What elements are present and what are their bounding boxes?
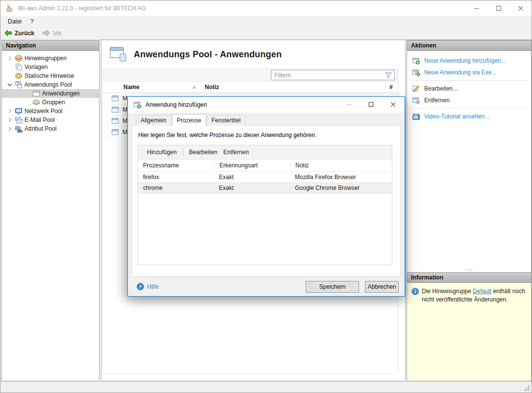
actions-list: Neue Anwendung hinzufügen... Neue Anwend… (407, 51, 531, 267)
tab-description: Hier legen Sie fest, welche Prozesse zu … (138, 132, 316, 139)
navigation-panel: Navigation Hinweisgruppen Vorlagen Stati… (1, 40, 99, 381)
window-remove-icon (412, 96, 420, 104)
minimize-button[interactable] (465, 0, 487, 16)
nav-item-label: Hinweisgruppen (24, 55, 67, 62)
window-add-icon (133, 101, 142, 109)
nav-item-gruppen[interactable]: Gruppen (2, 98, 99, 107)
window-controls (465, 0, 532, 16)
action-remove[interactable]: Entfernen (407, 94, 531, 106)
process-row-firefox[interactable]: firefox Exakt Mozilla Firefox Browser (138, 172, 392, 183)
templates-icon (15, 63, 23, 71)
tab-prozesse[interactable]: Prozesse (172, 114, 206, 126)
table-header: Name Notiz # (103, 82, 398, 93)
window-icon (111, 94, 119, 102)
information-text: Die Hinweisgruppe Default enthält noch n… (422, 287, 527, 381)
nav-item-netzwerk-pool[interactable]: Netzwerk Pool (2, 107, 99, 116)
action-new-application-via-exe[interactable]: Neue Anwendung via Exe... (407, 67, 531, 78)
windows-stack-icon (15, 81, 23, 89)
help-link[interactable]: ? Hilfe (137, 283, 159, 290)
edit-pencil-icon (412, 85, 420, 92)
nav-item-attribut-pool[interactable]: Attribut Pool (2, 124, 99, 133)
action-video-tutorial[interactable]: Video-Tutorial ansehen... (407, 111, 531, 122)
dialog-close-button[interactable] (386, 99, 400, 110)
process-remove-button[interactable]: Entfernen (220, 147, 252, 157)
nav-item-hinweisgruppen[interactable]: Hinweisgruppen (2, 54, 99, 63)
action-label: Bearbeiten... (424, 85, 458, 92)
tv-icon (412, 113, 420, 120)
layers-gold-icon (15, 54, 23, 62)
column-header-erkennungsart[interactable]: Erkennungsart (214, 162, 290, 170)
cell-erkennungsart: Exakt (214, 185, 290, 191)
save-button[interactable]: Speichern (306, 281, 359, 293)
dialog-title-bar: Anwendung hinzufügen (128, 97, 405, 113)
filter-input[interactable] (271, 72, 384, 79)
process-row-chrome[interactable]: chrome Exakt Google Chrome Browser (138, 183, 392, 193)
chevron-down-icon[interactable] (6, 81, 14, 89)
cell-notiz: Mozilla Firefox Browser (290, 174, 392, 181)
chevron-right-icon[interactable] (6, 125, 14, 133)
funnel-icon[interactable] (384, 71, 393, 79)
process-edit-button[interactable]: Bearbeiten (186, 147, 220, 157)
column-header-prozessname[interactable]: Prozessname (138, 162, 214, 170)
tab-allgemein[interactable]: Allgemein (136, 115, 171, 126)
chevron-right-icon[interactable] (6, 116, 14, 124)
back-arrow-icon (4, 29, 12, 37)
column-header-notiz[interactable]: Notiz (290, 162, 392, 170)
chevron-right-icon[interactable] (6, 54, 14, 62)
resize-grip[interactable] (524, 385, 530, 392)
tab-content-prozesse: Hier legen Sie fest, welche Prozesse zu … (132, 125, 401, 277)
information-header: Information (407, 272, 532, 283)
nav-item-anwendungs-pool[interactable]: Anwendungs Pool (2, 80, 99, 89)
toolbar-separator (183, 149, 183, 156)
back-button[interactable]: Zurück (4, 29, 34, 37)
menu-help[interactable]: ? (26, 16, 38, 27)
nav-item-label: Attribut Pool (24, 125, 56, 132)
nav-item-label: Anwendungs Pool (24, 81, 72, 88)
dialog-minimize-button[interactable] (341, 99, 356, 110)
action-label: Video-Tutorial ansehen... (424, 113, 489, 120)
sort-ascending-icon (192, 85, 196, 89)
column-header-name[interactable]: Name (123, 84, 140, 91)
actions-header: Aktionen (407, 40, 532, 51)
column-header-notiz[interactable]: Notiz (205, 84, 219, 91)
action-label: Entfernen (424, 97, 450, 104)
layers-gold-blue-icon (32, 98, 40, 106)
dialog-title: Anwendung hinzufügen (145, 101, 207, 108)
panel-splitter-handle[interactable] (407, 267, 531, 272)
nav-item-anwendungen[interactable]: Anwendungen (2, 89, 99, 98)
mail-icon (15, 116, 23, 124)
action-edit[interactable]: Bearbeiten... (407, 83, 531, 94)
action-new-application[interactable]: Neue Anwendung hinzufügen... (407, 55, 531, 67)
nav-item-label: Netzwerk Pool (24, 108, 62, 115)
dialog-maximize-button[interactable] (363, 99, 378, 110)
page-title: Anwendungs Pool - Anwendungen (134, 49, 282, 60)
help-circle-icon: ? (137, 283, 144, 290)
close-button[interactable] (509, 0, 532, 16)
add-application-dialog: Anwendung hinzufügen Allgemein Prozesse … (127, 96, 405, 297)
nav-item-statische-hinweise[interactable]: Statische Hinweise (2, 71, 99, 80)
menu-bar: Datei ? (1, 16, 532, 27)
tab-fenstertitel[interactable]: Fenstertitel (207, 115, 245, 126)
process-add-button[interactable]: Hinzufügen (144, 147, 180, 157)
column-header-hash[interactable]: # (389, 84, 393, 91)
row-name-fragment: M (122, 106, 127, 113)
forward-button[interactable]: Vor (42, 29, 62, 37)
title-bar: IBI-aws Admin 1.22.0 - registriert für I… (0, 0, 532, 16)
default-group-link[interactable]: Default (473, 288, 491, 295)
row-name-fragment: M (122, 117, 127, 124)
nav-item-email-pool[interactable]: E-Mail Pool (2, 116, 99, 124)
help-link-label: Hilfe (147, 283, 159, 290)
filter-band (103, 69, 398, 82)
chevron-right-icon[interactable] (6, 107, 14, 115)
maximize-button[interactable] (487, 0, 509, 16)
forward-button-label: Vor (53, 30, 62, 37)
window-icon (32, 90, 40, 97)
navigation-tree: Hinweisgruppen Vorlagen Statische Hinwei… (2, 51, 99, 133)
cancel-button[interactable]: Abbrechen (365, 281, 399, 293)
filter-box (271, 70, 395, 80)
nav-item-vorlagen[interactable]: Vorlagen (2, 63, 99, 71)
actions-panel: Aktionen Neue Anwendung hinzufügen... Ne… (407, 40, 532, 381)
menu-datei[interactable]: Datei (3, 16, 26, 27)
nav-item-label: E-Mail Pool (24, 116, 54, 123)
process-table-header: Prozessname Erkennungsart Notiz (138, 160, 392, 172)
